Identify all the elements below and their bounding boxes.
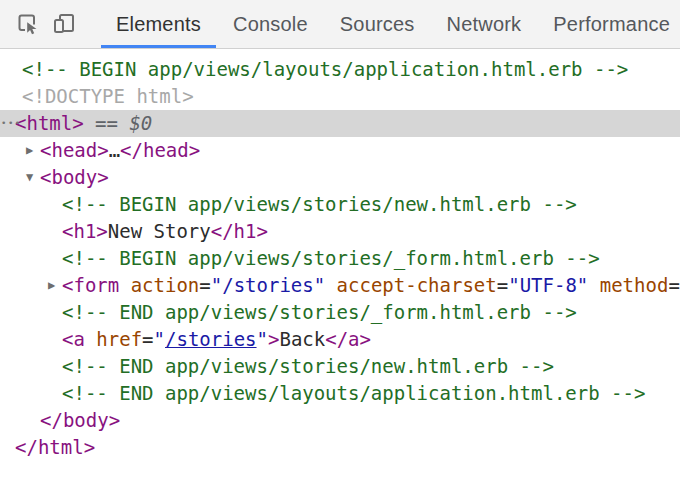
code-segment-tag: <html> (15, 112, 84, 134)
doctype-row[interactable]: <!DOCTYPE html> (0, 83, 680, 110)
chevron-down-icon[interactable]: ▼ (26, 164, 33, 191)
comment-end-layout-row[interactable]: <!-- END app/views/layouts/application.h… (0, 380, 680, 407)
tab-performance[interactable]: Performance (538, 0, 680, 48)
anchor-node-row[interactable]: <a href="/stories">Back</a> (0, 326, 680, 353)
chevron-right-icon[interactable]: ▶ (48, 272, 55, 299)
inspect-cursor-icon (15, 11, 39, 38)
code-segment-tag: <form (62, 274, 119, 296)
inspect-element-button[interactable] (15, 10, 39, 38)
tab-label: Sources (340, 13, 415, 36)
comment-begin-layout-row[interactable]: <!-- BEGIN app/views/layouts/application… (0, 56, 680, 83)
tab-console[interactable]: Console (218, 0, 323, 48)
code-segment-tag: </html> (15, 436, 95, 458)
code-segment-attr: method (600, 274, 669, 296)
code-segment-comment: <!-- END app/views/layouts/application.h… (62, 382, 645, 404)
devtools-toolbar: Elements Console Sources Network Perform… (0, 0, 680, 49)
comment-end-new-row[interactable]: <!-- END app/views/stories/new.html.erb … (0, 353, 680, 380)
code-segment-tag: </a> (325, 328, 371, 350)
code-segment-text: = (497, 274, 508, 296)
code-segment-text (119, 274, 130, 296)
code-segment-doctype: <!DOCTYPE html> (22, 85, 194, 107)
code-segment-tag: </head> (120, 139, 200, 161)
head-node-row[interactable]: ▶<head>…</head> (0, 137, 680, 164)
form-node-row[interactable]: ▶<form action="/stories" accept-charset=… (0, 272, 680, 299)
code-segment-text (588, 274, 599, 296)
code-segment-tag: <h1> (62, 220, 108, 242)
tab-sources[interactable]: Sources (325, 0, 430, 48)
code-segment-comment: <!-- BEGIN app/views/layouts/application… (22, 58, 628, 80)
comment-begin-form-row[interactable]: <!-- BEGIN app/views/stories/_form.html.… (0, 245, 680, 272)
code-segment-hint: == (84, 112, 130, 134)
html-node-row[interactable]: •••<html> == $0 (0, 110, 680, 137)
code-segment-comment: <!-- END app/views/stories/_form.html.er… (62, 301, 577, 323)
panel-tabs: Elements Console Sources Network Perform… (100, 0, 680, 48)
code-segment-ellipsis: … (109, 139, 120, 161)
tab-label: Elements (116, 13, 201, 36)
tab-elements[interactable]: Elements (101, 0, 216, 48)
code-segment-tag: <body> (40, 166, 109, 188)
closing-html-row[interactable]: </html> (0, 434, 680, 461)
code-segment-value: "UTF-8" (508, 274, 588, 296)
tab-network[interactable]: Network (432, 0, 537, 48)
code-segment-attr: href (96, 328, 142, 350)
tab-label: Console (233, 13, 308, 36)
code-segment-value: " (257, 328, 268, 350)
dom-tree: <!-- BEGIN app/views/layouts/application… (0, 49, 680, 461)
code-segment-comment: <!-- BEGIN app/views/stories/_form.html.… (62, 247, 600, 269)
device-toolbar-button[interactable] (51, 10, 77, 38)
comment-end-form-row[interactable]: <!-- END app/views/stories/_form.html.er… (0, 299, 680, 326)
code-segment-value: " (154, 328, 165, 350)
code-segment-tag: <a (62, 328, 85, 350)
code-segment-text: = (199, 274, 210, 296)
code-segment-text (85, 328, 96, 350)
code-segment-comment: <!-- END app/views/stories/new.html.erb … (62, 355, 554, 377)
code-segment-link: /stories (165, 328, 257, 350)
code-segment-comment: <!-- BEGIN app/views/stories/new.html.er… (62, 193, 577, 215)
code-segment-tag: </h1> (211, 220, 268, 242)
code-segment-text: Back (279, 328, 325, 350)
code-segment-tag: <head> (40, 139, 109, 161)
closing-body-row[interactable]: </body> (0, 407, 680, 434)
body-node-row[interactable]: ▼<body> (0, 164, 680, 191)
code-segment-tag: </body> (40, 409, 120, 431)
device-toolbar-icon (51, 11, 77, 38)
code-segment-text: = (142, 328, 153, 350)
code-segment-text: New Story (108, 220, 211, 242)
tab-label: Network (447, 13, 522, 36)
code-segment-tag: > (268, 328, 279, 350)
gutter-dots-icon: ••• (1, 110, 22, 137)
code-segment-value: "/stories" (211, 274, 325, 296)
code-segment-attr: action (131, 274, 200, 296)
devtools-window: { "toolbar": { "inspect_button": { "icon… (0, 0, 680, 479)
code-segment-hint-italic: $0 (129, 112, 152, 134)
chevron-right-icon[interactable]: ▶ (26, 137, 33, 164)
comment-begin-new-row[interactable]: <!-- BEGIN app/views/stories/new.html.er… (0, 191, 680, 218)
code-segment-text (325, 274, 336, 296)
code-segment-attr: accept-charset (337, 274, 497, 296)
tab-label: Performance (553, 13, 670, 36)
code-segment-text: = (668, 274, 679, 296)
h1-node-row[interactable]: <h1>New Story</h1> (0, 218, 680, 245)
active-tab-underline (101, 45, 216, 48)
